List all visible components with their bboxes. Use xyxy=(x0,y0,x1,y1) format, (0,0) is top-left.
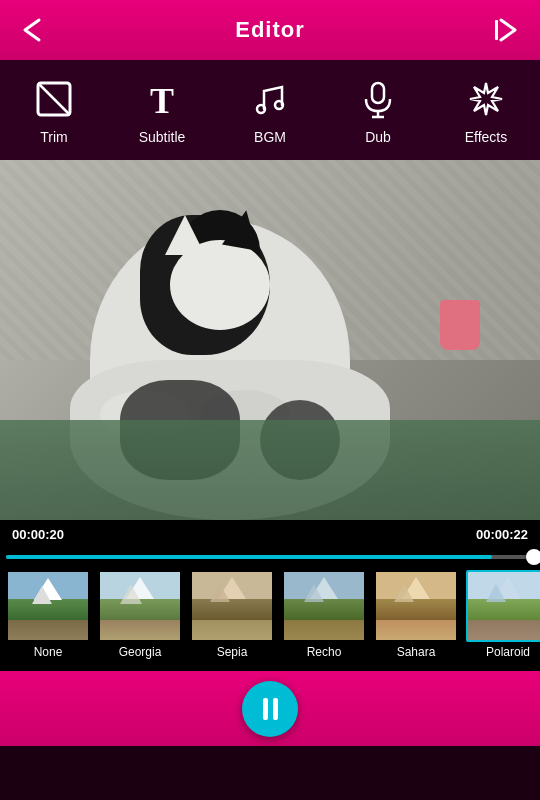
filter-sepia-label: Sepia xyxy=(217,645,248,659)
end-timestamp: 00:00:22 xyxy=(476,527,528,542)
export-button[interactable] xyxy=(488,12,524,48)
svg-text:T: T xyxy=(150,81,174,119)
filter-recho-label: Recho xyxy=(307,645,342,659)
page-title: Editor xyxy=(235,17,305,43)
effects-icon xyxy=(462,75,510,123)
toolbar-item-dub[interactable]: Dub xyxy=(338,75,418,145)
trim-label: Trim xyxy=(40,129,67,145)
svg-point-5 xyxy=(275,101,283,109)
filter-thumb-polaroid xyxy=(466,570,540,642)
toolbar-item-subtitle[interactable]: T Subtitle xyxy=(122,75,202,145)
filter-georgia[interactable]: Georgia xyxy=(96,570,184,659)
filter-polaroid[interactable]: Polaroid xyxy=(464,570,540,659)
progress-track[interactable] xyxy=(6,555,534,559)
progress-bar-container[interactable] xyxy=(0,548,540,566)
svg-rect-6 xyxy=(372,83,384,103)
toolbar-item-bgm[interactable]: BGM xyxy=(230,75,310,145)
subtitle-label: Subtitle xyxy=(139,129,186,145)
svg-line-2 xyxy=(38,83,70,115)
back-button[interactable] xyxy=(16,12,52,48)
effects-label: Effects xyxy=(465,129,508,145)
filter-georgia-label: Georgia xyxy=(119,645,162,659)
timeline-timestamps: 00:00:20 00:00:22 xyxy=(0,520,540,548)
trim-icon xyxy=(30,75,78,123)
progress-thumb[interactable] xyxy=(526,549,540,565)
filter-thumb-recho xyxy=(282,570,366,642)
dub-label: Dub xyxy=(365,129,391,145)
filter-none[interactable]: None xyxy=(4,570,92,659)
bgm-label: BGM xyxy=(254,129,286,145)
filter-thumb-sahara xyxy=(374,570,458,642)
toolbar-item-effects[interactable]: Effects xyxy=(446,75,526,145)
mic-icon xyxy=(354,75,402,123)
filter-sahara-label: Sahara xyxy=(397,645,436,659)
filter-sahara[interactable]: Sahara xyxy=(372,570,460,659)
filter-recho[interactable]: Recho xyxy=(280,570,368,659)
header: Editor xyxy=(0,0,540,60)
filter-strip: None Georgia Sepia Recho xyxy=(0,566,540,671)
svg-rect-0 xyxy=(495,20,498,40)
video-player[interactable] xyxy=(0,160,540,520)
filter-thumb-none xyxy=(6,570,90,642)
filter-sepia[interactable]: Sepia xyxy=(188,570,276,659)
filter-thumb-georgia xyxy=(98,570,182,642)
filter-none-label: None xyxy=(34,645,63,659)
pause-icon xyxy=(263,698,278,720)
music-icon xyxy=(246,75,294,123)
toolbar-item-trim[interactable]: Trim xyxy=(14,75,94,145)
filter-thumb-sepia xyxy=(190,570,274,642)
filter-polaroid-label: Polaroid xyxy=(486,645,530,659)
progress-fill xyxy=(6,555,492,559)
toolbar: Trim T Subtitle BGM xyxy=(0,60,540,160)
pause-button[interactable] xyxy=(242,681,298,737)
video-frame xyxy=(0,160,540,520)
subtitle-icon: T xyxy=(138,75,186,123)
start-timestamp: 00:00:20 xyxy=(12,527,64,542)
bottom-bar xyxy=(0,671,540,746)
svg-point-4 xyxy=(257,105,265,113)
